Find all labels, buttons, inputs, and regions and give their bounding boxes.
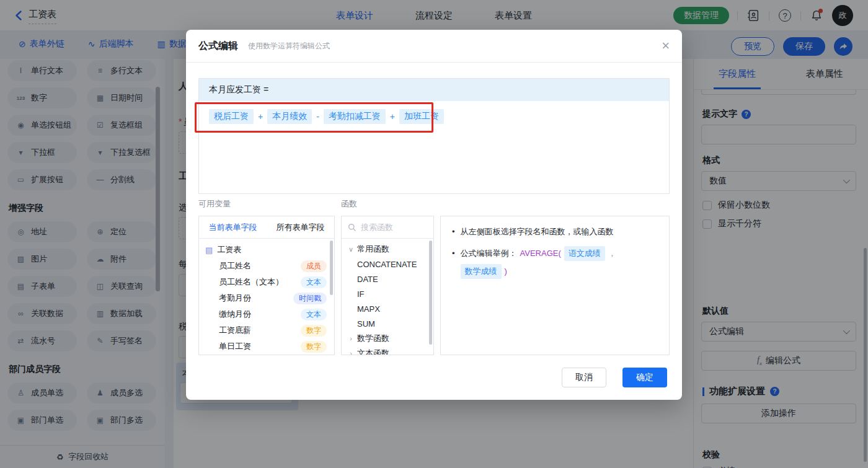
formula-operator: + xyxy=(258,112,263,121)
formula-field-token[interactable]: 税后工资 xyxy=(209,109,254,124)
variables-panel: 当前表单字段所有表单字段 ▤工资表员工姓名成员员工姓名（文本）文本考勤月份时间戳… xyxy=(198,216,335,355)
modal-footer: 取消 确定 xyxy=(562,368,667,387)
variable-name: 员工姓名 xyxy=(219,260,251,272)
variable-row[interactable]: 工资底薪数字 xyxy=(199,322,334,338)
example-text: ， xyxy=(608,247,616,260)
tip-line: • 从左侧面板选择字段名和函数，或输入函数 xyxy=(452,226,658,238)
form-doc-icon: ▤ xyxy=(205,245,213,255)
variables-tabs: 当前表单字段所有表单字段 xyxy=(199,216,334,239)
confirm-button[interactable]: 确定 xyxy=(622,368,667,387)
functions-label: 函数 xyxy=(341,198,357,210)
modal-subtitle: 使用数学运算符编辑公式 xyxy=(248,41,330,51)
search-icon xyxy=(348,223,356,232)
example-text: ) xyxy=(505,265,507,278)
function-item[interactable]: IF xyxy=(342,286,433,301)
variable-row[interactable]: 单日工资数字 xyxy=(199,338,334,355)
variables-list: ▤工资表员工姓名成员员工姓名（文本）文本考勤月份时间戳缴纳月份文本工资底薪数字单… xyxy=(199,239,334,355)
formula-field-token[interactable]: 考勤扣减工资 xyxy=(324,109,386,124)
example-field-chip: 语文成绩 xyxy=(564,246,605,261)
function-group[interactable]: ›数学函数 xyxy=(342,331,433,346)
variable-row[interactable]: 员工姓名（文本）文本 xyxy=(199,274,334,290)
formula-field-token[interactable]: 本月绩效 xyxy=(267,109,312,124)
variable-type-badge: 文本 xyxy=(301,309,327,320)
chevron-collapsed-icon: › xyxy=(348,335,354,342)
function-item[interactable]: SUM xyxy=(342,316,433,331)
tip-line: • 公式编辑举例：AVERAGE(语文成绩，数学成绩) xyxy=(452,246,658,279)
modal-title: 公式编辑 xyxy=(198,40,238,53)
variable-type-badge: 数字 xyxy=(301,325,327,337)
variables-form-root[interactable]: ▤工资表 xyxy=(199,242,334,258)
formula-expression: 税后工资+本月绩效-考勤扣减工资+加班工资 xyxy=(209,109,659,124)
variables-label: 可用变量 xyxy=(198,198,231,210)
cancel-button[interactable]: 取消 xyxy=(562,368,606,387)
variable-type-badge: 文本 xyxy=(301,276,327,288)
variable-name: 工资底薪 xyxy=(219,325,251,336)
formula-field-token[interactable]: 加班工资 xyxy=(399,109,444,124)
example-text: AVERAGE( xyxy=(520,247,561,260)
variable-row[interactable]: 员工姓名成员 xyxy=(199,258,334,274)
formula-editor-box: 本月应发工资 = 税后工资+本月绩效-考勤扣减工资+加班工资 xyxy=(198,78,670,194)
variable-type-badge: 数字 xyxy=(301,341,327,353)
functions-tree: ∨常用函数CONCATENATEDATEIFMAPXSUM›数学函数›文本函数 xyxy=(342,239,433,355)
function-group-label: 文本函数 xyxy=(357,348,389,355)
modal-header: 公式编辑 使用数学运算符编辑公式 × xyxy=(186,30,682,63)
function-group-label: 数学函数 xyxy=(357,333,389,344)
formula-target-field: 本月应发工资 = xyxy=(199,79,669,101)
variable-row[interactable]: 考勤月份时间戳 xyxy=(199,290,334,306)
function-item[interactable]: CONCATENATE xyxy=(342,257,433,272)
function-item[interactable]: MAPX xyxy=(342,301,433,316)
variables-tab-0[interactable]: 当前表单字段 xyxy=(199,216,267,238)
variable-name: 考勤月份 xyxy=(219,293,251,304)
variable-type-badge: 成员 xyxy=(301,260,327,272)
variables-scrollbar[interactable] xyxy=(330,241,333,295)
variable-row[interactable]: 数字 xyxy=(199,355,334,355)
functions-panel: 搜索函数 ∨常用函数CONCATENATEDATEIFMAPXSUM›数学函数›… xyxy=(341,216,434,355)
variable-name: 员工姓名（文本） xyxy=(219,276,283,288)
function-item[interactable]: DATE xyxy=(342,272,433,286)
example-field-chip: 数学成绩 xyxy=(461,264,502,279)
variable-name: 单日工资 xyxy=(219,341,251,352)
function-group[interactable]: ›文本函数 xyxy=(342,346,433,355)
chevron-expanded-icon: ∨ xyxy=(348,245,354,254)
formula-edit-modal: 公式编辑 使用数学运算符编辑公式 × 本月应发工资 = 税后工资+本月绩效-考勤… xyxy=(186,30,682,400)
variable-row[interactable]: 缴纳月份文本 xyxy=(199,306,334,322)
close-icon[interactable]: × xyxy=(662,39,670,53)
formula-editor[interactable]: 税后工资+本月绩效-考勤扣减工资+加班工资 xyxy=(199,101,669,132)
formula-operator: - xyxy=(316,112,319,121)
function-group[interactable]: ∨常用函数 xyxy=(342,242,433,257)
bullet: • xyxy=(452,226,455,238)
variable-name: 缴纳月份 xyxy=(219,309,251,320)
formula-operator: + xyxy=(390,112,395,121)
variable-type-badge: 时间戳 xyxy=(293,293,327,304)
chevron-collapsed-icon: › xyxy=(348,350,354,355)
function-search-input[interactable]: 搜索函数 xyxy=(342,216,433,239)
example-text: 公式编辑举例： xyxy=(461,247,517,260)
form-name: 工资表 xyxy=(217,244,241,255)
functions-scrollbar[interactable] xyxy=(429,241,432,345)
function-group-label: 常用函数 xyxy=(357,244,389,255)
search-placeholder: 搜索函数 xyxy=(361,222,393,233)
tips-panel: • 从左侧面板选择字段名和函数，或输入函数 • 公式编辑举例：AVERAGE(语… xyxy=(440,216,670,355)
variables-tab-1[interactable]: 所有表单字段 xyxy=(267,216,334,238)
bullet: • xyxy=(452,247,455,260)
